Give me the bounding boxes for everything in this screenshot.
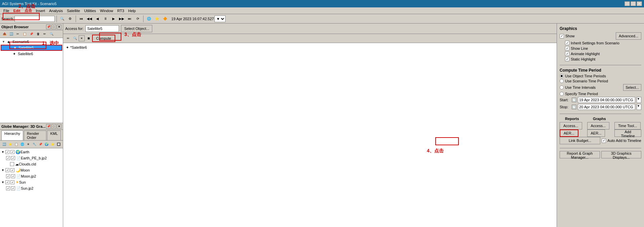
access-icon-4[interactable]: ⏹ xyxy=(85,35,91,41)
menu-edit[interactable]: Edit xyxy=(11,8,23,13)
globe-btn-6[interactable]: 🔧 xyxy=(32,141,37,147)
globe-float-btn[interactable]: □ xyxy=(51,124,56,129)
time-dropdown[interactable]: ▼ xyxy=(214,15,226,22)
obj-btn-delete[interactable]: 🗑 xyxy=(35,31,41,37)
obj-btn-new[interactable]: 🆕 xyxy=(8,31,14,37)
select-intervals-button[interactable]: Select... xyxy=(623,84,641,91)
menu-file[interactable]: File xyxy=(1,8,11,13)
access-icon-1[interactable]: ✏ xyxy=(65,35,71,41)
menu-satellite[interactable]: Satellite xyxy=(65,8,82,13)
globe-item-clouds[interactable]: ☁ Clouds.cld xyxy=(1,161,62,167)
toolbar-btn-2[interactable]: ⚙ xyxy=(67,15,74,23)
toolbar-btn-step-fwd[interactable]: ▶▶ xyxy=(118,15,125,23)
obj-btn-cut[interactable]: ✂ xyxy=(15,31,21,37)
globe-btn-2[interactable]: ⭐ xyxy=(7,141,13,147)
globe-item-moon-jp2[interactable]: 📄 Moon.jp2 xyxy=(1,173,62,179)
sun-checkbox2[interactable] xyxy=(10,180,14,184)
toolbar-btn-a[interactable]: 🌐 xyxy=(145,15,153,23)
globe-item-moon[interactable]: ▼ Moon xyxy=(1,167,62,173)
start-clock-icon[interactable]: 🕐 xyxy=(572,98,576,102)
start-time-dropdown[interactable]: ▼ xyxy=(637,97,641,103)
time-tool-button[interactable]: Time Tool... xyxy=(614,122,641,129)
tree-item-satellite6[interactable]: ✦ Satellite6 xyxy=(1,51,62,57)
obj-btn-paste[interactable]: 📌 xyxy=(28,31,34,37)
aer-graphs-button[interactable]: AER... xyxy=(587,129,605,137)
tree-item-satellite5[interactable]: ✦ Satellite5 xyxy=(1,45,62,51)
globe-btn-1[interactable]: 🆕 xyxy=(1,141,7,147)
sun-checkbox[interactable] xyxy=(5,180,9,184)
report-graph-manager-button[interactable]: Report & Graph Manager... xyxy=(560,151,600,158)
toolbar-btn-play[interactable]: ▶ xyxy=(110,15,117,23)
globe-item-sun[interactable]: ▼ Sun xyxy=(1,179,62,185)
menu-utilities[interactable]: Utilities xyxy=(82,8,98,13)
maximize-button[interactable]: □ xyxy=(631,1,636,6)
stop-time-input[interactable] xyxy=(578,104,635,110)
sun-jp2-checkbox[interactable] xyxy=(6,186,10,190)
moon-checkbox[interactable] xyxy=(5,168,9,172)
minimize-button[interactable]: ─ xyxy=(625,1,630,6)
tab-render-order[interactable]: Render Order xyxy=(24,130,46,140)
toolbar-btn-pause[interactable]: ⏸ xyxy=(102,15,109,23)
radio-scenario-time[interactable] xyxy=(560,79,564,83)
tab-hierarchy[interactable]: Hierarchy xyxy=(1,130,23,140)
search-input[interactable] xyxy=(14,16,55,22)
globe-btn-3[interactable]: 📋 xyxy=(13,141,19,147)
toolbar-btn-b[interactable]: ⭐ xyxy=(153,15,161,23)
stop-time-dropdown[interactable]: ▼ xyxy=(637,104,641,110)
aer-reports-button[interactable]: AER... xyxy=(560,129,578,137)
toolbar-btn-realtime[interactable]: ⟳ xyxy=(134,15,142,23)
menu-view[interactable]: 点击 xyxy=(23,7,34,14)
toolbar-btn-c[interactable]: 🔶 xyxy=(161,15,169,23)
select-object-button[interactable]: Select Object... xyxy=(121,25,152,32)
toolbar-btn-prev[interactable]: ◀◀ xyxy=(86,15,93,23)
obj-btn-copy[interactable]: 📋 xyxy=(22,31,28,37)
access-reports-button[interactable]: Access... xyxy=(560,122,582,129)
compute-button[interactable]: Compute xyxy=(92,35,115,42)
earth-pe-checkbox[interactable] xyxy=(6,156,10,160)
access-icon-2[interactable]: 🔍 xyxy=(72,35,78,41)
stop-clock-icon[interactable]: 🕐 xyxy=(572,105,576,109)
earth-pe-checkbox2[interactable] xyxy=(11,156,15,160)
link-budget-button[interactable]: Link Budget... xyxy=(560,137,600,144)
globe-btn-4[interactable]: 🌐 xyxy=(19,141,25,147)
globe-btn-7[interactable]: 📌 xyxy=(38,141,43,147)
add-timeline-button[interactable]: Add Timeline xyxy=(614,129,641,137)
toolbar-btn-1[interactable]: 🔍 xyxy=(58,15,66,23)
globe-pin-btn[interactable]: 📌 xyxy=(46,124,51,129)
panel-close-btn[interactable]: ✕ xyxy=(57,25,62,29)
moon-jp2-checkbox2[interactable] xyxy=(11,174,15,178)
advanced-button[interactable]: Advanced... xyxy=(616,32,641,40)
globe-item-sun-jp2[interactable]: 📄 Sun.jp2 xyxy=(1,185,62,191)
access-graphs-button[interactable]: Access... xyxy=(587,122,610,129)
globe-btn-8[interactable]: 🌍 xyxy=(44,141,49,147)
close-button[interactable]: ✕ xyxy=(637,1,642,6)
globe-btn-9[interactable]: ⭐ xyxy=(50,141,55,147)
radio-intervals[interactable] xyxy=(560,85,564,89)
globe-item-earth[interactable]: ▼ Earth xyxy=(1,149,62,155)
auto-add-checkbox[interactable] xyxy=(602,139,606,143)
globe-item-earth-pe[interactable]: 📄 Earth_PE_b.jp2 xyxy=(1,155,62,161)
show-checkbox[interactable] xyxy=(560,34,564,38)
radio-object-time[interactable] xyxy=(560,74,564,78)
menu-analysis[interactable]: Analysis xyxy=(47,8,65,13)
earth-checkbox[interactable] xyxy=(5,150,9,154)
animate-checkbox[interactable] xyxy=(565,51,569,56)
inherit-checkbox[interactable] xyxy=(565,41,569,45)
globe-close-btn[interactable]: ✕ xyxy=(57,124,62,129)
start-time-input[interactable] xyxy=(578,97,635,103)
static-checkbox[interactable] xyxy=(565,57,569,61)
menu-window[interactable]: Window xyxy=(98,8,115,13)
access-icon-3[interactable]: ✕ xyxy=(79,35,85,41)
moon-checkbox2[interactable] xyxy=(10,168,14,172)
clouds-checkbox[interactable] xyxy=(10,162,14,166)
radio-specify[interactable] xyxy=(560,92,564,96)
content-item-satellite6[interactable]: ✦ *Satellite6 xyxy=(65,44,555,50)
tab-kml[interactable]: KML xyxy=(47,130,61,140)
obj-btn-insert[interactable]: 📥 xyxy=(1,31,7,37)
graphics-displays-button[interactable]: 3D Graphics Displays... xyxy=(601,151,642,158)
panel-pin-btn[interactable]: 📌 xyxy=(46,25,51,29)
tree-item-scenario5[interactable]: ▼ Scenario5 xyxy=(1,39,62,45)
show-line-checkbox[interactable] xyxy=(565,46,569,50)
earth-checkbox2[interactable] xyxy=(10,150,14,154)
toolbar-btn-skip-start[interactable]: ⏮ xyxy=(78,15,85,23)
